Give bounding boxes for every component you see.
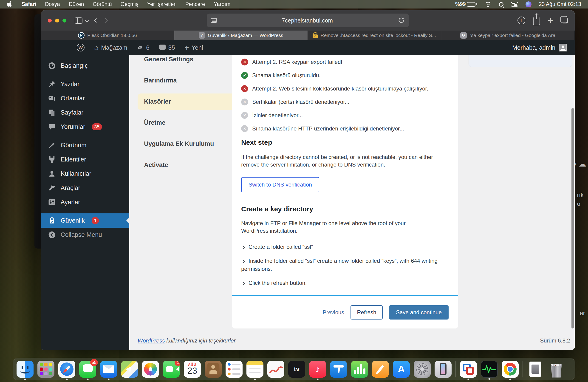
dock-messages-icon[interactable]: 55 xyxy=(79,361,96,378)
dock-keynote-icon[interactable] xyxy=(330,361,347,378)
minimize-window-button[interactable] xyxy=(55,19,59,22)
step-klasorler[interactable]: Klasörler xyxy=(138,93,236,110)
dock-appletv-icon[interactable]: tv xyxy=(288,361,305,378)
tab-wordpress-guvenlik[interactable]: 7 Güvenlik ‹ Mağazam — WordPress xyxy=(174,31,308,40)
dock-system-settings-icon[interactable] xyxy=(414,361,431,378)
switch-to-dns-button[interactable]: Switch to DNS verification xyxy=(241,177,319,192)
share-button[interactable] xyxy=(533,18,540,25)
sidebar-item-yorumlar[interactable]: Yorumlar 35 xyxy=(41,120,129,134)
menu-dosya[interactable]: Dosya xyxy=(45,1,60,7)
dock-finder-icon[interactable] xyxy=(17,361,34,378)
battery-indicator[interactable]: %99 xyxy=(455,1,477,7)
tab-overview-button[interactable] xyxy=(562,18,568,23)
reload-icon[interactable] xyxy=(398,17,405,24)
dock-reminders-icon[interactable] xyxy=(226,361,243,378)
sidebar-item-yazilar[interactable]: Yazılar xyxy=(41,77,129,91)
dock-iphone-mirroring-icon[interactable] xyxy=(435,361,452,378)
updates-menu[interactable]: 6 xyxy=(134,40,152,55)
new-tab-button[interactable]: + xyxy=(548,16,553,25)
url-text[interactable]: 7cepheistanbul.com xyxy=(217,17,398,24)
sidebar-item-gorunum[interactable]: Görünüm xyxy=(41,138,129,152)
dock-photos-icon[interactable] xyxy=(142,361,159,378)
address-bar[interactable]: 7cepheistanbul.com xyxy=(207,14,409,27)
menubar-app-name[interactable]: Safari xyxy=(21,1,36,7)
dock-appstore-icon[interactable]: A xyxy=(393,361,410,378)
sidebar-item-ortamlar[interactable]: Ortamlar xyxy=(41,91,129,106)
menu-duzen[interactable]: Düzen xyxy=(69,1,84,7)
step-general-settings[interactable]: General Settings xyxy=(138,55,236,67)
tab-htaccess-article[interactable]: Remove .htaccess redirect on site lockou… xyxy=(308,31,441,40)
sidebar-item-sayfalar[interactable]: Sayfalar xyxy=(41,106,129,120)
comments-menu[interactable]: 35 xyxy=(156,40,178,55)
new-content-menu[interactable]: + Yeni xyxy=(181,40,206,55)
sidebar-item-eklentiler[interactable]: Eklentiler xyxy=(41,152,129,167)
dock-disk-image-icon[interactable] xyxy=(527,361,544,378)
chevron-down-icon[interactable] xyxy=(85,19,89,22)
dock-pages-icon[interactable] xyxy=(372,361,389,378)
sidebar-collapse-menu[interactable]: Collapse Menu xyxy=(41,228,129,242)
dock-numbers-icon[interactable] xyxy=(351,361,368,378)
dock-activity-monitor-icon[interactable] xyxy=(481,361,498,378)
wp-logo-menu[interactable]: W xyxy=(74,40,88,55)
dock-parallels-icon[interactable] xyxy=(460,361,477,378)
sidebar-item-kullanicilar[interactable]: Kullanıcılar xyxy=(41,167,129,181)
sidebar-toggle-button[interactable] xyxy=(75,18,83,24)
dock-notes-icon[interactable] xyxy=(247,361,263,378)
menu-gecmis[interactable]: Geçmiş xyxy=(121,1,139,7)
siri-icon[interactable] xyxy=(525,1,531,7)
status-row: × İzinler denetleniyor... xyxy=(241,112,449,119)
dock-facetime-icon[interactable]: 1 xyxy=(163,361,180,378)
wordpress-link[interactable]: WordPress xyxy=(138,338,165,344)
step-uretme[interactable]: Üretme xyxy=(138,115,236,131)
site-link[interactable]: ⌂ Mağazam xyxy=(91,40,130,55)
account-greeting[interactable]: Merhaba, admin xyxy=(512,44,555,51)
save-and-continue-button[interactable]: Save and continue xyxy=(389,305,449,319)
back-button[interactable] xyxy=(94,18,99,23)
page-settings-icon[interactable] xyxy=(211,18,217,23)
dock-launchpad-icon[interactable] xyxy=(38,361,54,378)
dock-safari-icon[interactable] xyxy=(58,361,75,378)
spotlight-icon[interactable] xyxy=(499,2,504,7)
dock-maps-icon[interactable] xyxy=(121,361,138,378)
forward-button[interactable] xyxy=(103,18,108,23)
apple-logo-icon[interactable] xyxy=(7,1,13,7)
status-row: × Sertfikalar (certs) klasörü denetleniy… xyxy=(241,99,449,106)
sidebar-item-araclar[interactable]: Araçlar xyxy=(41,181,129,195)
posts-pin-icon xyxy=(48,80,56,88)
dock-contacts-icon[interactable] xyxy=(205,361,222,378)
dock-music-icon[interactable]: ♪ xyxy=(309,361,326,378)
zoom-window-button[interactable] xyxy=(63,19,66,22)
downloads-button[interactable]: ↓ xyxy=(518,17,525,24)
wifi-icon[interactable] xyxy=(485,2,492,7)
step-activate[interactable]: Activate xyxy=(138,157,236,173)
users-icon xyxy=(48,170,56,177)
sidebar-item-guvenlik[interactable]: Güvenlik 1 xyxy=(41,213,129,228)
dock-mail-icon[interactable] xyxy=(100,361,117,378)
page-scrollbar[interactable] xyxy=(571,108,574,328)
menu-goruntu[interactable]: Görüntü xyxy=(93,1,112,7)
sidebar-item-baslangic[interactable]: Başlangıç xyxy=(41,59,129,73)
step-barindirma[interactable]: Barındırma xyxy=(138,72,236,89)
avatar[interactable] xyxy=(559,44,567,51)
status-row: ✓ Sınama klasörü oluşturuldu. xyxy=(241,72,449,79)
menu-yardim[interactable]: Yardım xyxy=(214,1,230,7)
security-lock-icon xyxy=(48,217,56,224)
refresh-button[interactable]: Refresh xyxy=(351,305,383,319)
control-center-icon[interactable] xyxy=(511,2,518,7)
close-window-button[interactable] xyxy=(48,19,52,22)
menu-pencere[interactable]: Pencere xyxy=(185,1,205,7)
sidebar-item-ayarlar[interactable]: Ayarlar xyxy=(41,195,129,209)
dock-freeform-icon[interactable] xyxy=(267,361,284,378)
tab-google-search[interactable]: G rsa keypair export failed - Google'da … xyxy=(441,31,575,40)
menu-yerisaretleri[interactable]: Yer İşaretleri xyxy=(147,1,177,7)
bullet-item: Create a folder called “ssl” xyxy=(241,243,441,251)
previous-link[interactable]: Previous xyxy=(323,309,344,316)
status-row: × Attempt 2. RSA keypair export failed! xyxy=(241,59,449,65)
step-uygulama-ek-kurulumu[interactable]: Uygulama Ek Kurulumu xyxy=(138,136,236,152)
dock-calendar-icon[interactable]: AĞU23 xyxy=(184,361,201,378)
tab-plesk[interactable]: P Plesk Obsidian 18.0.56 xyxy=(41,31,174,40)
macos-menu-bar: Safari Dosya Düzen Görüntü Geçmiş Yer İş… xyxy=(0,0,588,8)
menubar-clock[interactable]: 23 Ağu Cmt 02:13 xyxy=(539,1,581,7)
dock-trash-icon[interactable] xyxy=(548,361,565,378)
dock-chrome-icon[interactable] xyxy=(502,361,519,378)
